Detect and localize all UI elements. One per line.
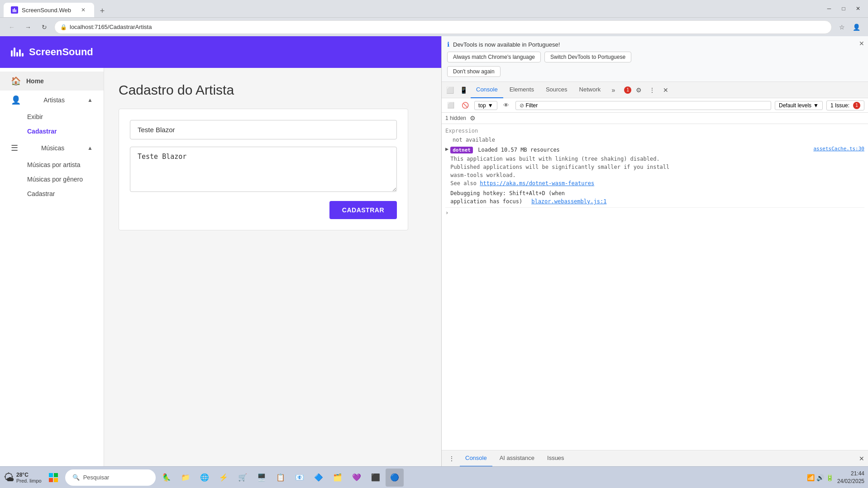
battery-icon[interactable]: 🔋 (826, 474, 834, 481)
sidebar-toggle-icon[interactable]: ⬜ (445, 100, 456, 111)
eye-icon[interactable]: 👁 (501, 100, 512, 111)
notification-message: DevTools is now available in Portuguese! (453, 41, 560, 48)
forward-button[interactable]: → (22, 21, 34, 33)
console-tab[interactable]: Console (471, 82, 503, 98)
svg-rect-0 (13, 9, 14, 12)
default-levels-selector[interactable]: Default levels ▼ (775, 101, 823, 110)
artist-name-input[interactable] (130, 120, 397, 139)
artist-bio-textarea[interactable]: Teste Blazor (130, 147, 397, 192)
sys-icons: 📶 🔊 🔋 (807, 474, 834, 481)
tab-close-button[interactable]: ✕ (80, 6, 87, 14)
taskbar-app-6[interactable]: 📋 (272, 469, 290, 487)
sources-tab[interactable]: Sources (540, 82, 573, 98)
browser-tab[interactable]: ScreenSound.Web ✕ (4, 3, 94, 17)
maximize-button[interactable]: □ (837, 2, 850, 15)
bottom-more-icon[interactable]: ⋮ (445, 452, 458, 465)
hidden-bar: 1 hidden ⚙ (442, 113, 868, 124)
sys-time[interactable]: 21:44 24/02/2025 (837, 470, 864, 485)
artistas-chevron: ▲ (87, 97, 93, 103)
taskbar-search[interactable]: 🔍 Pesquisar (65, 469, 156, 486)
profile-button[interactable]: 👤 (850, 21, 863, 33)
switch-portuguese-button[interactable]: Switch DevTools to Portuguese (544, 52, 631, 62)
sidebar-home-label: Home (26, 77, 44, 85)
blazor-webassembly-link[interactable]: blazor.webassembly.js:1 (531, 198, 606, 205)
console-entry-dotnet: ▶ dotnet Loaded 10.57 MB resources asset… (445, 144, 864, 208)
match-language-button[interactable]: Always match Chrome's language (447, 52, 541, 62)
tab-favicon (11, 6, 18, 14)
url-bar[interactable]: 🔒 localhost:7165/CadastrarArtista (54, 20, 832, 34)
svg-rect-5 (49, 478, 53, 482)
taskbar-app-terminal[interactable]: ⬛ (367, 469, 385, 487)
lock-icon: 🔒 (60, 24, 67, 30)
assets-cache-link[interactable]: assetsCache.ts:30 (813, 146, 864, 152)
expand-icon[interactable]: ▶ (445, 146, 448, 152)
expression-line: Expression (445, 126, 864, 136)
elements-tab[interactable]: Elements (504, 82, 539, 98)
bottom-console-tab[interactable]: Console (460, 450, 492, 467)
device-toolbar-icon[interactable]: 📱 (457, 84, 470, 96)
taskbar-app-chrome[interactable]: 🔵 (386, 469, 404, 487)
minimize-button[interactable]: ─ (823, 2, 835, 15)
sidebar-item-home[interactable]: 🏠 Home (0, 72, 104, 91)
address-bar: ← → ↻ 🔒 localhost:7165/CadastrarArtista … (0, 17, 868, 36)
bottom-issues-tab[interactable]: Issues (542, 450, 570, 467)
new-tab-button[interactable]: + (96, 5, 109, 17)
console-detail-text: This application was built with linking … (450, 155, 864, 187)
taskbar-app-9[interactable]: 🗂️ (329, 469, 347, 487)
taskbar-app-8[interactable]: 🔷 (310, 469, 328, 487)
more-tabs-button[interactable]: » (607, 84, 620, 96)
elements-panel-icon[interactable]: ⬜ (444, 84, 456, 96)
artistas-cadastrar-label: Cadastrar (27, 128, 57, 135)
close-button[interactable]: ✕ (852, 2, 864, 15)
volume-icon[interactable]: 🔊 (816, 474, 824, 481)
app-name: ScreenSound (29, 46, 93, 58)
wasm-features-link[interactable]: https://aka.ms/dotnet-wasm-features (480, 180, 594, 187)
error-count-area: 1 (622, 86, 631, 94)
top-context-selector[interactable]: top ▼ (474, 101, 497, 110)
taskbar-app-4[interactable]: 🛒 (234, 469, 252, 487)
sidebar-musicas-cadastrar[interactable]: Cadastrar (0, 187, 104, 201)
network-icon[interactable]: 📶 (807, 474, 815, 481)
notification-close-button[interactable]: ✕ (859, 40, 864, 47)
start-button[interactable] (43, 468, 63, 488)
taskbar-app-3[interactable]: ⚡ (215, 469, 233, 487)
filter-input[interactable]: ⊘ Filter (515, 101, 771, 110)
logo-bar-3 (16, 52, 18, 57)
filter-icon: ⊘ (520, 102, 524, 109)
svg-rect-6 (54, 478, 58, 482)
taskbar-app-2[interactable]: 🌐 (196, 469, 214, 487)
bottom-close-button[interactable]: ✕ (859, 455, 864, 462)
console-entry-content: dotnet Loaded 10.57 MB resources assetsC… (450, 146, 864, 206)
sidebar-artistas-exibir[interactable]: Exibir (0, 110, 104, 124)
time-display: 21:44 (837, 470, 864, 478)
sidebar-section-artistas[interactable]: 👤 Artistas ▲ (0, 91, 104, 110)
taskbar-app-10[interactable]: 💜 (348, 469, 366, 487)
cadastrar-button[interactable]: CADASTRAR (329, 201, 397, 219)
settings-gear-icon[interactable]: ⚙ (632, 84, 645, 96)
weather-widget[interactable]: 🌤 28°C Pred. limpo (4, 471, 42, 484)
bookmark-button[interactable]: ☆ (835, 21, 848, 33)
sidebar-section-musicas[interactable]: ☰ Músicas ▲ (0, 139, 104, 158)
sidebar-artistas-cadastrar[interactable]: Cadastrar (0, 124, 104, 139)
taskbar-app-explorer[interactable]: 📁 (176, 469, 195, 487)
dont-show-again-button[interactable]: Don't show again (447, 66, 501, 77)
taskbar-app-5[interactable]: 🖥️ (253, 469, 271, 487)
network-tab[interactable]: Network (574, 82, 606, 98)
close-devtools-button[interactable]: ✕ (659, 84, 672, 96)
sidebar-musicas-label: Músicas (41, 144, 64, 152)
sidebar-musicas-por-artista[interactable]: Músicas por artista (0, 158, 104, 172)
taskbar-app-7[interactable]: 📧 (291, 469, 309, 487)
reload-button[interactable]: ↻ (38, 21, 51, 33)
sidebar-musicas-por-genero[interactable]: Músicas por gênero (0, 172, 104, 187)
clear-console-icon[interactable]: 🚫 (460, 100, 471, 111)
back-button[interactable]: ← (5, 21, 18, 33)
loaded-resources-text: Loaded 10.57 MB resources (478, 147, 560, 153)
hidden-settings-icon[interactable]: ⚙ (470, 115, 476, 122)
more-options-icon[interactable]: ⋮ (646, 84, 658, 96)
web-app: ScreenSound 🏠 Home 👤 Artistas ▲ (0, 36, 441, 466)
taskbar-sys-area: 📶 🔊 🔋 21:44 24/02/2025 (807, 470, 864, 485)
bottom-ai-tab[interactable]: AI assistance (494, 450, 540, 467)
svg-rect-4 (54, 473, 58, 477)
svg-rect-3 (49, 473, 53, 477)
taskbar-app-1[interactable]: 🦜 (157, 469, 176, 487)
